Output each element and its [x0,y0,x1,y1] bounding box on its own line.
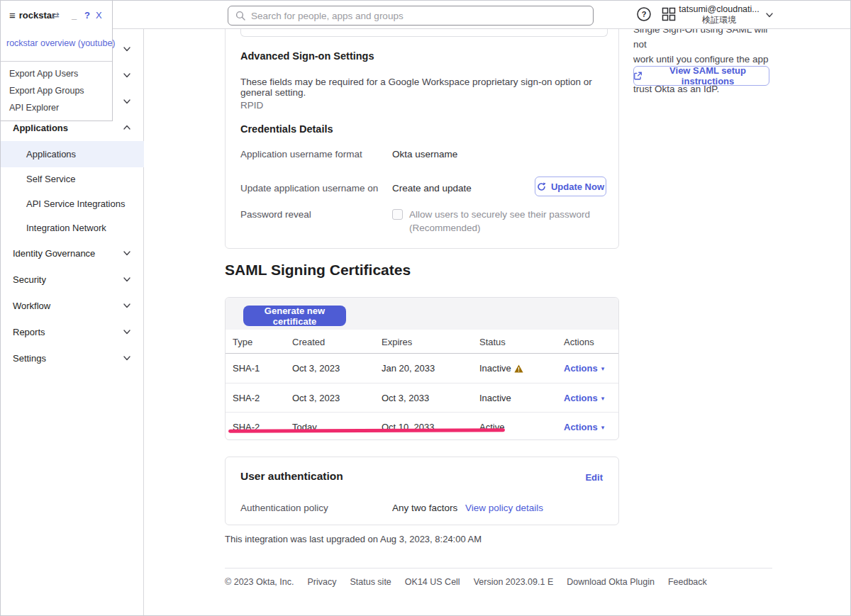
widget-close-icon[interactable]: X [96,1,102,29]
sidebar-collapsed-item-chevron[interactable] [123,71,131,79]
sidebar-item-applications[interactable]: Applications [1,141,144,167]
user-name: tatsumi@cloudnati... [676,4,762,15]
reports-chevron[interactable] [123,327,131,336]
auth-policy-value: Any two factors [392,503,457,513]
footer-link-download-plugin[interactable]: Download Okta Plugin [567,577,655,587]
sidebar-section-applications[interactable]: Applications [13,123,68,133]
global-search[interactable] [228,6,594,26]
caret-down-icon: ▾ [601,395,605,402]
col-expires: Expires [382,330,412,354]
username-format-value: Okta username [392,149,457,159]
password-reveal-checkbox[interactable] [392,209,403,220]
caret-down-icon: ▾ [601,365,605,372]
update-now-label: Update Now [551,181,604,192]
user-auth-heading: User authentication [240,470,343,483]
cert-expires: Oct 3, 2033 [382,383,429,413]
apps-grid-icon[interactable] [661,6,677,22]
search-icon [235,11,245,21]
sidebar-section-label: Identity Governance [13,248,95,259]
minimize-icon[interactable]: _ [72,1,77,29]
copyright-text: © 2023 Okta, Inc. [225,577,294,587]
widget-help-icon[interactable]: ? [84,1,90,29]
actions-label: Actions [564,422,598,432]
rockstar-extension-widget: ≡ rockstar ⇄ _ ? X rockstar overview (yo… [1,1,113,121]
username-format-label: Application username format [240,149,362,159]
menu-item-export-app-users[interactable]: Export App Users [1,65,112,82]
hamburger-menu-icon[interactable]: ≡ [9,9,16,21]
help-icon[interactable]: ? [636,6,652,22]
col-type: Type [233,330,252,354]
footer-divider [225,568,772,569]
signon-settings-card: Advanced Sign-on Settings These fields m… [225,15,619,249]
chevron-up-icon [123,123,131,132]
update-now-button[interactable]: Update Now [535,177,606,196]
actions-dropdown[interactable]: Actions ▾ [564,422,604,432]
security-chevron[interactable] [123,275,131,284]
actions-label: Actions [564,393,598,403]
svg-text:?: ? [642,10,647,18]
chevron-down-icon [123,275,131,284]
footer-link-feedback[interactable]: Feedback [668,577,707,587]
caret-down-icon: ▾ [601,424,605,431]
footer: © 2023 Okta, Inc. Privacy Status site OK… [225,577,707,587]
identity-governance-chevron[interactable] [123,249,131,257]
generate-certificate-button[interactable]: Generate new certificate [243,306,346,326]
search-input[interactable] [251,11,593,21]
view-policy-link[interactable]: View policy details [465,503,543,513]
sidebar-item-api-service-integrations[interactable]: API Service Integrations [1,191,144,216]
external-link-icon [634,72,642,80]
saml-info-panel: Single Sign-On using SAML will not work … [633,22,772,96]
actions-label: Actions [564,363,598,374]
col-status: Status [479,330,506,354]
chevron-down-icon [765,11,774,19]
cert-type: SHA-2 [233,383,260,413]
applications-collapse-toggle[interactable] [123,123,131,132]
table-row: SHA-2 Oct 3, 2023 Oct 3, 2033 Inactive A… [226,383,618,412]
chevron-down-icon [123,249,131,257]
footer-link-status-site[interactable]: Status site [350,577,391,587]
okta-admin-screen: Advanced Sign-on Settings These fields m… [0,0,851,616]
cert-status: Inactive [479,383,511,413]
chevron-down-icon [123,354,131,362]
auth-policy-label: Authentication policy [240,503,328,513]
cert-created: Today [292,413,317,442]
user-org: 検証環境 [676,15,762,26]
settings-chevron[interactable] [123,354,131,362]
sidebar-collapsed-item-chevron[interactable] [123,45,131,53]
sidebar-item-self-service[interactable]: Self Service [1,167,144,191]
col-actions: Actions [564,330,594,354]
advanced-signon-heading: Advanced Sign-on Settings [240,50,374,62]
menu-item-export-app-groups[interactable]: Export App Groups [1,82,112,99]
menu-item-api-explorer[interactable]: API Explorer [1,99,112,116]
sidebar-section-label: Security [13,274,46,285]
update-username-value: Create and update [392,183,472,194]
cert-type: SHA-1 [233,354,260,383]
footer-link-cell[interactable]: OK14 US Cell [405,577,460,587]
cert-expires: Oct 10, 2033 [382,413,434,442]
chevron-down-icon [123,301,131,310]
view-saml-instructions-button[interactable]: View SAML setup instructions [633,66,769,86]
cert-created: Oct 3, 2023 [292,354,340,383]
rockstar-overview-link[interactable]: rockstar overview (youtube) [6,38,116,48]
footer-version-text: Version 2023.09.1 E [474,577,554,587]
actions-dropdown[interactable]: Actions ▾ [564,363,604,374]
swap-arrows-icon[interactable]: ⇄ [52,1,60,29]
update-username-label: Update application username on [240,183,378,194]
sidebar-collapsed-item-chevron[interactable] [123,97,131,106]
view-saml-instructions-label: View SAML setup instructions [647,65,769,86]
footer-link-privacy[interactable]: Privacy [307,577,336,587]
cert-created: Oct 3, 2023 [292,383,340,413]
warning-icon [514,364,523,373]
saml-certificates-card: Generate new certificate Type Created Ex… [225,297,619,440]
sidebar-section-label: Workflow [13,301,50,311]
sidebar-item-integration-network[interactable]: Integration Network [1,216,144,240]
edit-link[interactable]: Edit [585,472,603,483]
actions-dropdown[interactable]: Actions ▾ [564,393,604,403]
user-menu-chevron[interactable] [765,11,774,19]
user-menu[interactable]: tatsumi@cloudnati... 検証環境 [676,4,762,26]
password-reveal-text: Allow users to securely see their passwo… [409,209,590,220]
user-authentication-card: User authentication Edit Authentication … [225,457,619,525]
workflow-chevron[interactable] [123,301,131,310]
refresh-icon [537,182,546,191]
cert-expires: Jan 20, 2033 [382,354,435,383]
